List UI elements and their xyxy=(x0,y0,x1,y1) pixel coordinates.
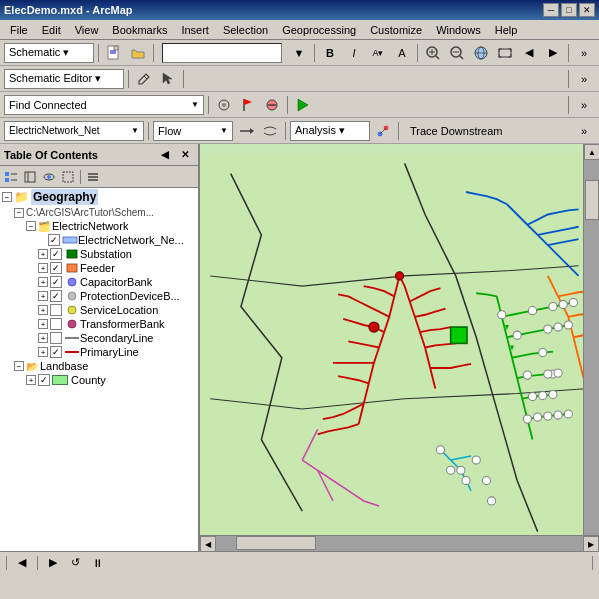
globe-btn[interactable] xyxy=(470,42,492,64)
scroll-right-btn[interactable]: ▶ xyxy=(583,536,599,551)
expand-capacitorbank-btn[interactable]: + xyxy=(38,277,48,287)
toc-source-btn[interactable] xyxy=(21,168,39,186)
expand-secondaryline-btn[interactable]: + xyxy=(38,333,48,343)
menu-geoprocessing[interactable]: Geoprocessing xyxy=(276,21,362,39)
status-pause-btn[interactable]: ⏸ xyxy=(88,554,106,572)
menu-windows[interactable]: Windows xyxy=(430,21,487,39)
zoom-in-btn[interactable] xyxy=(422,42,444,64)
open-schematic-btn[interactable] xyxy=(127,42,149,64)
capacitorbank-checkbox[interactable]: ✓ xyxy=(50,276,62,288)
capacitorbank-label[interactable]: CapacitorBank xyxy=(80,276,152,288)
scroll-up-btn[interactable]: ▲ xyxy=(584,144,599,160)
menu-selection[interactable]: Selection xyxy=(217,21,274,39)
substation-label[interactable]: Substation xyxy=(80,248,132,260)
dropdown-arrow-btn[interactable]: ▼ xyxy=(288,42,310,64)
edit-tool2[interactable] xyxy=(157,68,179,90)
county-label[interactable]: County xyxy=(71,374,106,386)
expand-feeder-btn[interactable]: + xyxy=(38,263,48,273)
flow-dropdown[interactable]: Flow ▼ xyxy=(153,121,233,141)
network-dropdown[interactable]: ElectricNetwork_Net ▼ xyxy=(4,121,144,141)
find-connected-dropdown[interactable]: Find Connected ▼ xyxy=(4,95,204,115)
fc-btn1[interactable] xyxy=(213,94,235,116)
feeder-label[interactable]: Feeder xyxy=(80,262,115,274)
expand-protectiondevice-btn[interactable]: + xyxy=(38,291,48,301)
expand-electricnetwork-btn[interactable]: − xyxy=(26,221,36,231)
status-play-btn[interactable]: ▶ xyxy=(44,554,62,572)
fc-btn2[interactable] xyxy=(237,94,259,116)
secondaryline-label[interactable]: SecondaryLine xyxy=(80,332,153,344)
status-back-btn[interactable]: ◀ xyxy=(13,554,31,572)
flow-btn2[interactable] xyxy=(259,120,281,142)
primaryline-checkbox[interactable]: ✓ xyxy=(50,346,62,358)
county-checkbox[interactable]: ✓ xyxy=(38,374,50,386)
toc-dock-btn[interactable]: ◀ xyxy=(156,146,174,164)
text-tool-btn[interactable]: A xyxy=(391,42,413,64)
transformerbank-label[interactable]: TransformerBank xyxy=(80,318,165,330)
menu-help[interactable]: Help xyxy=(489,21,524,39)
toc-options-btn[interactable] xyxy=(84,168,102,186)
scroll-thumb-v[interactable] xyxy=(585,180,599,220)
status-refresh-btn[interactable]: ↺ xyxy=(66,554,84,572)
expand-primaryline-btn[interactable]: + xyxy=(38,347,48,357)
scroll-left-btn[interactable]: ◀ xyxy=(200,536,216,551)
expand-county-btn[interactable]: + xyxy=(26,375,36,385)
minimize-button[interactable]: ─ xyxy=(543,3,559,17)
flow-btn1[interactable] xyxy=(235,120,257,142)
more-btn4[interactable]: » xyxy=(573,120,595,142)
map-area[interactable]: ▲ ▼ ◀ ▶ xyxy=(200,144,599,551)
more-btn3[interactable]: » xyxy=(573,94,595,116)
back-btn[interactable]: ◀ xyxy=(518,42,540,64)
analysis-btn[interactable] xyxy=(372,120,394,142)
edit-tool1[interactable] xyxy=(133,68,155,90)
fc-btn3[interactable] xyxy=(261,94,283,116)
more-btn[interactable]: » xyxy=(573,42,595,64)
schematic-dropdown[interactable]: Schematic ▾ xyxy=(4,43,94,63)
protectiondevice-checkbox[interactable]: ✓ xyxy=(50,290,62,302)
new-schematic-btn[interactable] xyxy=(103,42,125,64)
toc-list-btn[interactable] xyxy=(2,168,20,186)
servicelocation-checkbox[interactable] xyxy=(50,304,62,316)
menu-insert[interactable]: Insert xyxy=(175,21,215,39)
en-net-checkbox[interactable]: ✓ xyxy=(48,234,60,246)
geography-label[interactable]: Geography xyxy=(31,189,98,205)
toc-close-btn[interactable]: ✕ xyxy=(176,146,194,164)
menu-edit[interactable]: Edit xyxy=(36,21,67,39)
substation-checkbox[interactable]: ✓ xyxy=(50,248,62,260)
en-net-label[interactable]: ElectricNetwork_Ne... xyxy=(78,234,184,246)
menu-file[interactable]: File xyxy=(4,21,34,39)
forward-btn[interactable]: ▶ xyxy=(542,42,564,64)
toc-visibility-btn[interactable] xyxy=(40,168,58,186)
analysis-dropdown[interactable]: Analysis ▾ xyxy=(290,121,370,141)
trace-downstream-btn[interactable]: Trace Downstream xyxy=(403,120,510,142)
close-button[interactable]: ✕ xyxy=(579,3,595,17)
secondaryline-checkbox[interactable] xyxy=(50,332,62,344)
zoom-out-btn[interactable] xyxy=(446,42,468,64)
toc-selection-btn[interactable] xyxy=(59,168,77,186)
bold-btn[interactable]: B xyxy=(319,42,341,64)
protectiondevice-label[interactable]: ProtectionDeviceB... xyxy=(80,290,180,302)
font-size-btn[interactable]: A▾ xyxy=(367,42,389,64)
map-h-scrollbar[interactable]: ◀ ▶ xyxy=(200,535,599,551)
extent-btn[interactable] xyxy=(494,42,516,64)
menu-view[interactable]: View xyxy=(69,21,105,39)
expand-servicelocation-btn[interactable]: + xyxy=(38,305,48,315)
expand-substation-btn[interactable]: + xyxy=(38,249,48,259)
menu-customize[interactable]: Customize xyxy=(364,21,428,39)
electricnetwork-label[interactable]: ElectricNetwork xyxy=(52,220,128,232)
fc-run-btn[interactable] xyxy=(292,94,314,116)
servicelocation-label[interactable]: ServiceLocation xyxy=(80,304,158,316)
expand-path-btn[interactable]: − xyxy=(14,208,24,218)
schematic-path-input[interactable] xyxy=(162,43,282,63)
landbase-label[interactable]: Landbase xyxy=(40,360,88,372)
more-btn2[interactable]: » xyxy=(573,68,595,90)
expand-transformerbank-btn[interactable]: + xyxy=(38,319,48,329)
expand-landbase-btn[interactable]: − xyxy=(14,361,24,371)
map-v-scrollbar[interactable]: ▲ ▼ xyxy=(583,144,599,551)
menu-bookmarks[interactable]: Bookmarks xyxy=(106,21,173,39)
italic-btn[interactable]: I xyxy=(343,42,365,64)
maximize-button[interactable]: □ xyxy=(561,3,577,17)
schematic-editor-dropdown[interactable]: Schematic Editor ▾ xyxy=(4,69,124,89)
expand-geography-btn[interactable]: − xyxy=(2,192,12,202)
primaryline-label[interactable]: PrimaryLine xyxy=(80,346,139,358)
feeder-checkbox[interactable]: ✓ xyxy=(50,262,62,274)
